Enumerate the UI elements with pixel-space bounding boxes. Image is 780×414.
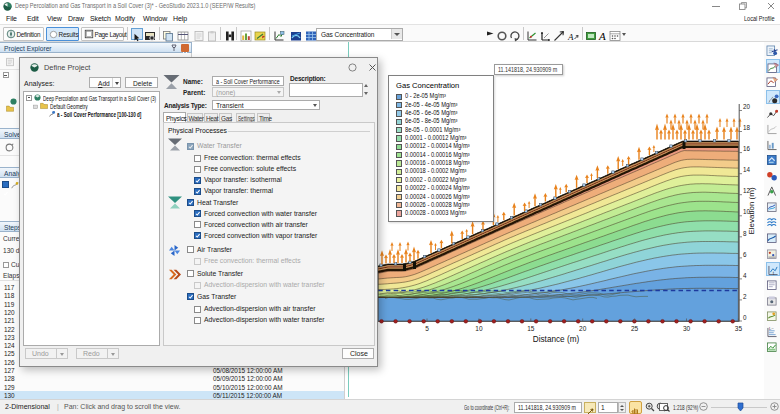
svg-text:30: 30 xyxy=(683,325,691,332)
svg-text:t: t xyxy=(772,271,774,276)
svg-text:2: 2 xyxy=(743,293,747,300)
svg-text:16: 16 xyxy=(743,145,751,152)
svg-text:Distance (m): Distance (m) xyxy=(533,335,580,344)
svg-text:20: 20 xyxy=(743,103,751,110)
svg-text:18: 18 xyxy=(743,124,751,131)
svg-text:35: 35 xyxy=(735,325,743,332)
svg-text:Elevation (m): Elevation (m) xyxy=(747,187,756,234)
svg-text:14: 14 xyxy=(743,166,751,173)
svg-text:4: 4 xyxy=(743,272,747,279)
svg-text:5: 5 xyxy=(425,325,429,332)
svg-text:0: 0 xyxy=(743,314,747,321)
svg-text:A: A xyxy=(567,32,574,42)
svg-text:10: 10 xyxy=(475,325,483,332)
svg-text:L~: L~ xyxy=(768,326,773,331)
svg-text:25: 25 xyxy=(631,325,639,332)
svg-text:6: 6 xyxy=(743,251,747,258)
svg-text:20: 20 xyxy=(579,325,587,332)
svg-text:15: 15 xyxy=(527,325,535,332)
svg-text:A: A xyxy=(598,30,606,42)
